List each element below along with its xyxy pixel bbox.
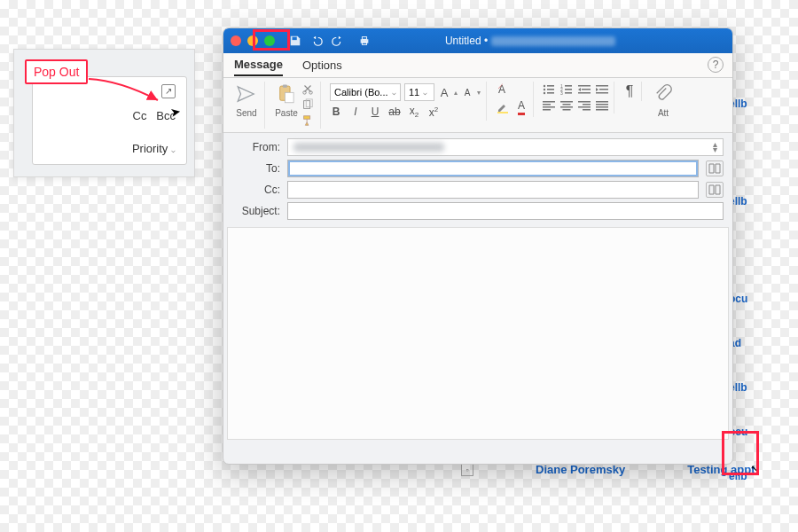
list-sender: Diane Poremsky xyxy=(536,463,625,476)
message-body[interactable] xyxy=(227,227,729,440)
redacted-from xyxy=(293,143,444,152)
address-book-cc-button[interactable] xyxy=(706,182,724,198)
highlight-color-button[interactable] xyxy=(496,100,510,114)
svg-rect-25 xyxy=(578,85,591,87)
tab-message[interactable]: Message xyxy=(234,54,283,76)
svg-rect-18 xyxy=(547,92,554,94)
subscript-button[interactable]: x2 xyxy=(408,105,420,119)
popout-icon[interactable]: ↗ xyxy=(161,84,176,98)
bg-link[interactable]: ellb xyxy=(729,195,764,207)
svg-rect-46 xyxy=(596,109,608,111)
underline-button[interactable]: U xyxy=(369,106,381,118)
svg-rect-44 xyxy=(596,104,608,106)
svg-rect-16 xyxy=(547,89,554,90)
bg-link[interactable]: ocu xyxy=(729,426,764,438)
bg-link[interactable]: ocu xyxy=(729,293,764,305)
svg-rect-43 xyxy=(596,101,608,103)
indent-icon[interactable] xyxy=(596,83,608,96)
from-account-select[interactable]: ▴▾ xyxy=(287,138,724,156)
attach-group: Att xyxy=(645,82,688,129)
svg-rect-36 xyxy=(563,104,571,106)
to-label: To: xyxy=(232,162,280,175)
svg-rect-5 xyxy=(283,84,287,87)
svg-rect-45 xyxy=(596,106,608,108)
pilcrow-group: ¶ xyxy=(618,82,642,101)
paste-button[interactable] xyxy=(274,82,299,106)
format-painter-icon[interactable] xyxy=(301,113,315,128)
svg-rect-30 xyxy=(596,92,608,94)
help-icon[interactable]: ? xyxy=(708,57,724,73)
cc-label: Cc: xyxy=(232,184,280,196)
undo-icon[interactable] xyxy=(310,35,323,47)
decrease-font-icon[interactable]: A xyxy=(461,88,473,98)
clipboard-group: Paste xyxy=(269,82,321,129)
svg-rect-38 xyxy=(563,109,571,111)
tab-options[interactable]: Options xyxy=(302,55,342,75)
resize-cursor-icon: ⤡ xyxy=(750,462,761,476)
copy-icon[interactable] xyxy=(301,98,315,112)
background-message-list: ellb ellb ocu ad ellb ocu ellb xyxy=(729,98,764,482)
show-marks-button[interactable]: ¶ xyxy=(623,83,636,99)
from-label: From: xyxy=(232,141,280,153)
bg-link[interactable]: ellb xyxy=(729,381,764,394)
cc-input[interactable] xyxy=(287,181,699,199)
to-input[interactable] xyxy=(287,160,699,177)
svg-rect-40 xyxy=(583,104,591,106)
italic-button[interactable]: I xyxy=(349,106,362,118)
font-color-button[interactable]: A xyxy=(515,99,528,115)
priority-dropdown[interactable]: Priority xyxy=(132,142,168,155)
font-name-select[interactable]: Calibri (Bo...⌵ xyxy=(330,83,401,101)
address-book-to-button[interactable] xyxy=(706,160,724,176)
chevron-down-icon: ⌵ xyxy=(171,146,176,154)
subject-input[interactable] xyxy=(287,202,724,220)
align-center-icon[interactable] xyxy=(560,99,573,112)
svg-rect-34 xyxy=(543,109,551,111)
numbering-icon[interactable]: 123 xyxy=(560,83,573,96)
attach-file-button[interactable] xyxy=(651,82,676,106)
window-minimize-button[interactable] xyxy=(247,35,258,46)
window-maximize-button[interactable] xyxy=(264,35,275,46)
svg-rect-28 xyxy=(596,85,608,87)
svg-text:3: 3 xyxy=(560,90,563,96)
background-list-row[interactable]: ▫ Diane Poremsky Testing appt xyxy=(461,463,755,476)
svg-rect-33 xyxy=(543,106,555,108)
svg-rect-29 xyxy=(599,89,608,90)
popout-annotation: Pop Out xyxy=(25,59,88,84)
svg-rect-26 xyxy=(582,89,591,90)
justify-icon[interactable] xyxy=(596,99,608,112)
align-left-icon[interactable] xyxy=(543,99,555,112)
bg-link[interactable]: ellb xyxy=(729,98,764,110)
cc-button[interactable]: Cc xyxy=(133,109,147,122)
font-color-group: A⟋ A xyxy=(490,82,534,117)
increase-font-icon[interactable]: A xyxy=(438,86,450,99)
clear-format-button[interactable]: A⟋ xyxy=(496,83,508,96)
stepper-icon: ▴▾ xyxy=(713,142,717,153)
bullets-icon[interactable] xyxy=(543,83,555,96)
save-icon[interactable] xyxy=(289,35,301,47)
svg-rect-11 xyxy=(304,116,310,120)
superscript-button[interactable]: x2 xyxy=(427,106,440,119)
subject-label: Subject: xyxy=(232,205,280,217)
font-group: Calibri (Bo...⌵ 11⌵ A▴ A▾ B I U ab x2 x2 xyxy=(325,82,487,121)
svg-rect-41 xyxy=(578,106,591,108)
font-size-select[interactable]: 11⌵ xyxy=(404,83,434,101)
svg-rect-0 xyxy=(293,37,297,41)
align-right-icon[interactable] xyxy=(578,99,591,112)
window-close-button[interactable] xyxy=(231,35,241,46)
send-button[interactable] xyxy=(234,82,259,106)
bg-link[interactable]: ad xyxy=(729,337,764,349)
svg-rect-27 xyxy=(578,92,591,94)
strike-button[interactable]: ab xyxy=(388,106,401,118)
svg-point-15 xyxy=(544,89,545,90)
svg-rect-42 xyxy=(583,109,591,111)
outdent-icon[interactable] xyxy=(578,83,591,96)
svg-rect-31 xyxy=(543,101,555,103)
send-group: Send xyxy=(229,82,265,129)
ribbon-toolbar: Send Paste Calibri (Bo...⌵ 11⌵ A▴ A▾ xyxy=(223,78,732,133)
svg-rect-24 xyxy=(565,92,572,94)
window-titlebar[interactable]: Untitled • xyxy=(223,28,732,53)
cut-icon[interactable] xyxy=(301,82,315,96)
svg-rect-22 xyxy=(565,89,572,90)
bold-button[interactable]: B xyxy=(330,106,342,118)
header-fields: From: ▴▾ To: Cc: Subject: xyxy=(223,133,732,223)
